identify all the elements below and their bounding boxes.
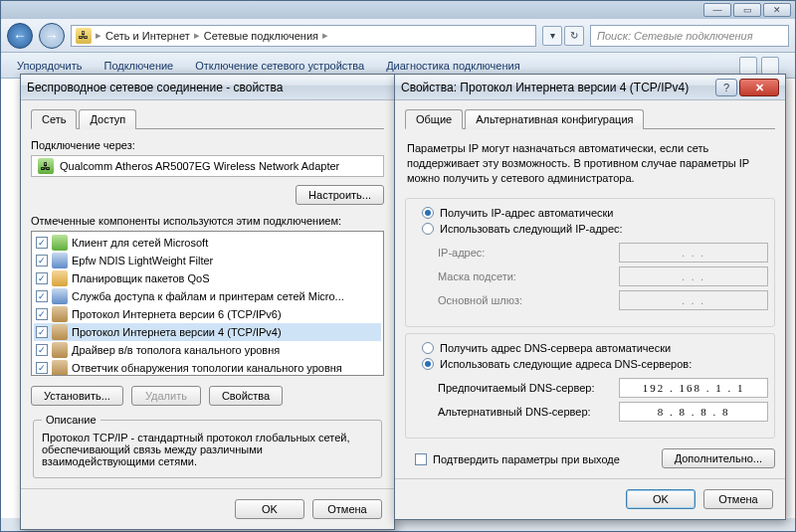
maximize-button[interactable]: ▭ [733, 3, 761, 17]
radio-ip-auto[interactable]: Получить IP-адрес автоматически [412, 205, 768, 221]
radio-dns-manual[interactable]: Использовать следующие адреса DNS-сервер… [412, 356, 768, 372]
ok-button[interactable]: OK [626, 489, 696, 509]
alternate-dns-input[interactable]: 8 . 8 . 8 . 8 [619, 402, 768, 422]
breadcrumb-sep: ▸ [322, 29, 328, 42]
connection-properties-dialog: Беспроводное сетевое соединение - свойст… [20, 74, 395, 530]
cancel-button[interactable]: Отмена [312, 499, 382, 519]
properties-button[interactable]: Свойства [209, 386, 283, 406]
tab-label: Общие [416, 113, 452, 125]
client-icon [52, 235, 68, 251]
subnet-mask-label: Маска подсети: [438, 270, 619, 282]
toolbar-connect[interactable]: Подключение [103, 60, 173, 72]
preferred-dns-input[interactable]: 192 . 168 . 1 . 1 [619, 378, 768, 398]
forward-button[interactable]: → [39, 23, 65, 49]
alternate-dns-label: Альтернативный DNS-сервер: [438, 406, 619, 418]
back-button[interactable]: ← [7, 23, 33, 49]
cancel-button[interactable]: Отмена [703, 489, 773, 509]
radio-icon [422, 207, 434, 219]
service-icon [52, 288, 68, 304]
description-text: Протокол TCP/IP - стандартный протокол г… [42, 432, 373, 467]
button-label: Настроить... [308, 189, 371, 201]
radio-ip-manual[interactable]: Использовать следующий IP-адрес: [412, 221, 768, 237]
explorer-titlebar: — ▭ ✕ [1, 1, 795, 19]
dropdown-icon[interactable]: ▾ [542, 26, 562, 46]
list-item: ✓Протокол Интернета версии 6 (TCP/IPv6) [34, 305, 381, 323]
responder-icon [52, 360, 68, 376]
button-label: Свойства [222, 390, 270, 402]
ok-button[interactable]: OK [235, 499, 304, 519]
dialog-titlebar: Свойства: Протокол Интернета версии 4 (T… [395, 75, 785, 100]
view-icon[interactable] [739, 57, 757, 75]
breadcrumb-sep: ▸ [194, 29, 200, 42]
close-button[interactable]: ✕ [763, 3, 791, 17]
dns-group: Получить адрес DNS-сервера автоматически… [405, 333, 775, 439]
tab-alt-config[interactable]: Альтернативная конфигурация [465, 109, 644, 129]
tab-label: Сеть [42, 113, 66, 125]
tab-access[interactable]: Доступ [79, 109, 136, 129]
advanced-button[interactable]: Дополнительно... [662, 448, 775, 468]
item-label: Ответчик обнаружения топологии канальног… [72, 362, 342, 374]
radio-label: Использовать следующий IP-адрес: [440, 223, 623, 235]
checkbox[interactable]: ✓ [36, 290, 48, 302]
tabs: Сеть Доступ [31, 108, 384, 129]
item-label: Планировщик пакетов QoS [72, 272, 210, 284]
list-item: ✓Ответчик обнаружения топологии канально… [34, 359, 381, 376]
breadcrumb[interactable]: 🖧 ▸ Сеть и Интернет ▸ Сетевые подключени… [71, 25, 536, 47]
list-item: ✓Планировщик пакетов QoS [34, 269, 381, 287]
radio-label: Использовать следующие адреса DNS-сервер… [440, 358, 692, 370]
ipv4-properties-dialog: Свойства: Протокол Интернета версии 4 (T… [394, 74, 786, 520]
item-label: Клиент для сетей Microsoft [72, 237, 208, 249]
component-list[interactable]: ✓Клиент для сетей Microsoft ✓Epfw NDIS L… [31, 231, 384, 376]
ip-value: 8 . 8 . 8 . 8 [658, 406, 730, 418]
close-button[interactable]: ✕ [739, 79, 779, 96]
adapter-icon: 🖧 [38, 158, 54, 174]
configure-button[interactable]: Настроить... [296, 185, 384, 205]
item-label: Служба доступа к файлам и принтерам сете… [72, 290, 344, 302]
help-button[interactable]: ? [715, 79, 737, 96]
checkbox[interactable]: ✓ [36, 255, 48, 266]
checkbox[interactable]: ✓ [36, 237, 48, 249]
minimize-button[interactable]: — [703, 3, 731, 17]
search-input[interactable]: Поиск: Сетевые подключения [590, 25, 789, 47]
checkbox[interactable]: ✓ [36, 344, 48, 356]
radio-icon [422, 358, 434, 370]
preferred-dns-label: Предпочитаемый DNS-сервер: [438, 382, 619, 394]
list-item: ✓Служба доступа к файлам и принтерам сет… [34, 287, 381, 305]
toolbar-disable[interactable]: Отключение сетевого устройства [195, 60, 364, 72]
checkbox[interactable]: ✓ [36, 326, 48, 338]
protocol-icon [52, 306, 68, 322]
checkbox[interactable]: ✓ [36, 272, 48, 284]
driver-icon [52, 342, 68, 358]
list-item: ✓Epfw NDIS LightWeight Filter [34, 252, 381, 269]
gateway-input: . . . [619, 290, 768, 310]
checkbox[interactable]: ✓ [36, 308, 48, 320]
ip-value: 192 . 168 . 1 . 1 [643, 382, 745, 394]
breadcrumb-item[interactable]: Сеть и Интернет [105, 30, 190, 42]
ip-dots: . . . [682, 270, 705, 282]
refresh-icon[interactable]: ↻ [564, 26, 584, 46]
checkbox[interactable]: ✓ [36, 362, 48, 374]
toolbar-organize[interactable]: Упорядочить [17, 60, 82, 72]
tab-general[interactable]: Общие [405, 109, 463, 129]
list-item: ✓Драйвер в/в тополога канального уровня [34, 341, 381, 359]
tab-network[interactable]: Сеть [31, 109, 77, 129]
filter-icon [52, 253, 68, 268]
button-label: Отмена [327, 503, 366, 515]
network-icon: 🖧 [76, 28, 92, 44]
radio-dns-auto[interactable]: Получить адрес DNS-сервера автоматически [412, 340, 768, 356]
toolbar-diagnose[interactable]: Диагностика подключения [386, 60, 519, 72]
adapter-field: 🖧 Qualcomm Atheros AR5007EG Wireless Net… [31, 155, 384, 177]
components-label: Отмеченные компоненты используются этим … [31, 215, 384, 227]
radio-label: Получить адрес DNS-сервера автоматически [440, 342, 671, 354]
confirm-on-exit-checkbox[interactable]: ✓ Подтвердить параметры при выходе [405, 453, 620, 465]
ip-dots: . . . [682, 294, 705, 306]
list-item-selected: ✓Протокол Интернета версии 4 (TCP/IPv4) [34, 323, 381, 341]
help-icon[interactable] [761, 57, 779, 75]
breadcrumb-item[interactable]: Сетевые подключения [204, 30, 318, 42]
list-item: ✓Клиент для сетей Microsoft [34, 234, 381, 252]
protocol-icon [52, 324, 68, 340]
tab-label: Альтернативная конфигурация [476, 113, 633, 125]
button-label: Отмена [718, 493, 757, 505]
install-button[interactable]: Установить... [31, 386, 123, 406]
radio-icon [422, 342, 434, 354]
